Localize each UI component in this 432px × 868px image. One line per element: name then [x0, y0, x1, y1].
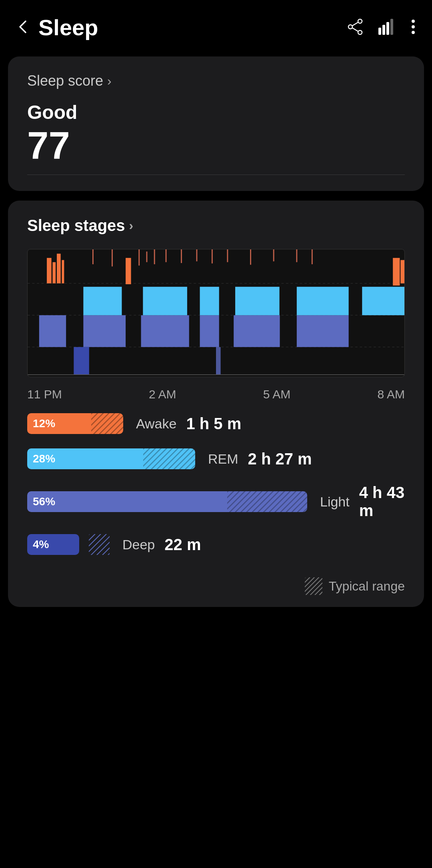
svg-point-0 — [358, 19, 362, 23]
svg-rect-6 — [382, 25, 385, 35]
svg-rect-43 — [234, 315, 280, 347]
rem-bar-wrap: 28% — [27, 448, 195, 469]
svg-rect-40 — [83, 315, 126, 347]
svg-point-9 — [412, 20, 415, 23]
deep-hatch-icon — [89, 534, 110, 555]
svg-rect-46 — [143, 287, 187, 315]
sleep-score-card: Sleep score › Good 77 — [8, 56, 424, 191]
svg-rect-18 — [47, 258, 52, 283]
awake-label: Awake — [136, 416, 176, 432]
sleep-stages-chevron-icon: › — [129, 218, 134, 233]
sleep-score-label: Sleep score — [27, 72, 103, 89]
svg-rect-59 — [227, 491, 307, 512]
signal-icon — [378, 19, 396, 36]
svg-rect-50 — [362, 287, 404, 315]
rem-time: 2 h 27 m — [248, 450, 312, 468]
deep-label: Deep — [122, 537, 155, 553]
svg-rect-57 — [143, 448, 195, 469]
rem-pct: 28% — [33, 452, 55, 465]
deep-bar-bg: 4% — [27, 534, 79, 555]
svg-point-11 — [412, 31, 415, 34]
stage-row-light: 56% Light 4 h 43 m — [27, 484, 405, 520]
sleep-stages-link[interactable]: Sleep stages › — [27, 217, 405, 235]
svg-point-2 — [348, 25, 352, 29]
svg-rect-39 — [39, 315, 66, 347]
light-label: Light — [320, 494, 350, 510]
svg-rect-45 — [83, 287, 122, 315]
sleep-score-chevron-icon: › — [107, 74, 112, 88]
awake-bar-wrap: 12% — [27, 413, 123, 434]
card-divider — [27, 175, 405, 175]
light-time: 4 h 43 m — [359, 484, 405, 520]
sleep-score-link[interactable]: Sleep score › — [27, 72, 405, 89]
page-title: Sleep — [38, 14, 98, 40]
sleep-quality-text: Good — [27, 101, 405, 123]
svg-rect-7 — [386, 22, 389, 35]
svg-rect-37 — [393, 258, 400, 285]
typical-range-row: Typical range — [27, 569, 405, 599]
light-pct: 56% — [33, 495, 55, 508]
stage-row-awake: 12% Awake 1 h 5 m — [27, 413, 405, 434]
time-label-8am: 8 AM — [378, 388, 405, 401]
sleep-chart — [27, 249, 405, 377]
sleep-stages-label: Sleep stages — [27, 217, 125, 235]
deep-bar-wrap: 4% — [27, 534, 79, 555]
time-label-11pm: 11 PM — [27, 388, 62, 401]
chart-time-labels: 11 PM 2 AM 5 AM 8 AM — [27, 384, 405, 413]
sleep-stages-card: Sleep stages › — [8, 201, 424, 607]
svg-rect-20 — [57, 254, 61, 283]
header-left: Sleep — [16, 14, 98, 40]
app-header: Sleep — [0, 0, 432, 48]
sleep-score-number: 77 — [27, 127, 405, 165]
svg-point-1 — [358, 30, 362, 34]
svg-rect-61 — [89, 534, 110, 555]
typical-range-hatch-icon — [305, 577, 322, 595]
svg-rect-63 — [305, 577, 322, 595]
more-options-button[interactable] — [410, 18, 416, 37]
svg-rect-52 — [216, 347, 221, 375]
share-button[interactable] — [346, 18, 364, 37]
awake-pct: 12% — [33, 417, 55, 430]
time-label-5am: 5 AM — [263, 388, 290, 401]
back-button[interactable] — [16, 20, 30, 36]
svg-rect-55 — [91, 413, 123, 434]
svg-line-3 — [352, 22, 358, 26]
svg-rect-19 — [52, 262, 56, 283]
svg-rect-51 — [74, 347, 89, 375]
awake-bar-bg: 12% — [27, 413, 123, 434]
svg-rect-24 — [126, 258, 131, 284]
time-label-2am: 2 AM — [149, 388, 176, 401]
svg-rect-38 — [400, 260, 404, 283]
svg-rect-5 — [378, 28, 381, 35]
svg-rect-42 — [200, 315, 219, 347]
rem-label: REM — [208, 451, 238, 467]
rem-bar-bg: 28% — [27, 448, 195, 469]
deep-pct: 4% — [33, 538, 49, 551]
svg-rect-49 — [297, 287, 349, 315]
awake-time: 1 h 5 m — [186, 415, 241, 433]
deep-time: 22 m — [164, 536, 201, 554]
header-right — [346, 18, 416, 37]
svg-rect-48 — [235, 287, 280, 315]
svg-point-10 — [412, 25, 415, 28]
svg-line-4 — [352, 28, 358, 31]
svg-rect-47 — [200, 287, 219, 315]
svg-rect-21 — [62, 260, 64, 283]
svg-rect-41 — [141, 315, 189, 347]
stage-row-deep: 4% Deep 22 m — [27, 534, 405, 555]
light-bar-bg: 56% — [27, 491, 307, 512]
typical-range-label: Typical range — [329, 579, 405, 594]
stage-row-rem: 28% REM 2 h 27 m — [27, 448, 405, 469]
svg-rect-8 — [390, 19, 393, 35]
light-bar-wrap: 56% — [27, 491, 307, 512]
svg-rect-44 — [297, 315, 349, 347]
